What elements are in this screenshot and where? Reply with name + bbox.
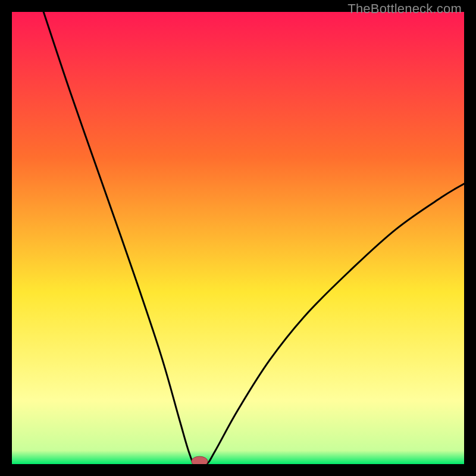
bottleneck-chart-svg — [12, 12, 464, 464]
watermark-text: TheBottleneck.com — [347, 1, 462, 17]
chart-frame — [12, 12, 464, 464]
gradient-background — [12, 12, 464, 464]
optimum-marker — [192, 456, 208, 464]
